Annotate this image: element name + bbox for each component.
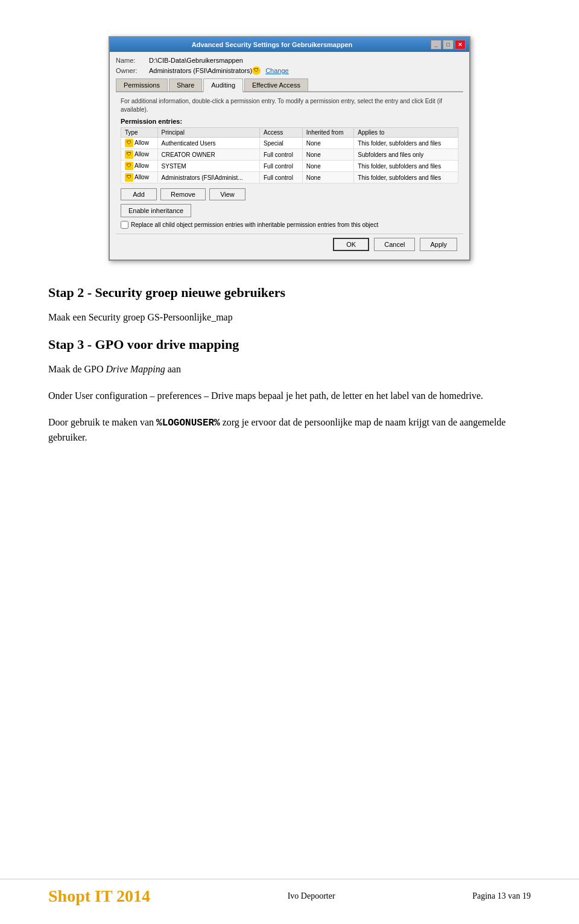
step3-para1: Maak de GPO Drive Mapping aan (48, 362, 531, 377)
cell-applies-to: This folder, subfolders and files (354, 172, 458, 183)
info-text: For additional information, double-click… (121, 97, 458, 114)
cell-principal: Authenticated Users (157, 138, 259, 149)
footer-author: Ivo Depoorter (288, 891, 335, 901)
checkbox-row: Replace all child object permission entr… (121, 221, 458, 229)
advanced-security-dialog: Advanced Security Settings for Gebruiker… (109, 36, 470, 261)
owner-row: Owner: Administrators (FSI\Administrator… (116, 66, 463, 75)
owner-label: Owner: (116, 67, 149, 74)
tab-share[interactable]: Share (169, 78, 202, 91)
remove-button[interactable]: Remove (160, 188, 206, 200)
close-button[interactable]: ✕ (455, 40, 466, 49)
footer-page: Pagina 13 van 19 (472, 891, 531, 901)
enable-inheritance-button[interactable]: Enable inheritance (121, 204, 191, 217)
dialog-title: Advanced Security Settings for Gebruiker… (113, 41, 431, 48)
section-label: Permission entries: (121, 118, 458, 125)
step3-para1-text: Maak de GPO Drive Mapping aan (48, 364, 181, 374)
cell-inherited-from: None (302, 149, 354, 161)
step2-heading: Stap 2 - Security groep nieuwe gebruiker… (48, 285, 531, 301)
ok-cancel-row: OK Cancel Apply (116, 234, 463, 255)
cell-applies-to: This folder, subfolders and files (354, 161, 458, 172)
cell-applies-to: Subfolders and files only (354, 149, 458, 161)
cell-principal: CREATOR OWNER (157, 149, 259, 161)
dialog-titlebar: Advanced Security Settings for Gebruiker… (110, 37, 469, 52)
step2-para: Maak een Security groep GS-Persoonlijke_… (48, 310, 531, 325)
page-footer: Shopt IT 2014 Ivo Depoorter Pagina 13 va… (0, 879, 579, 906)
change-icon: 🛡 (252, 66, 261, 75)
perm-icon: 🛡 (125, 150, 133, 159)
cell-inherited-from: None (302, 161, 354, 172)
perm-icon: 🛡 (125, 173, 133, 182)
step3-heading: Stap 3 - GPO voor drive mapping (48, 337, 531, 352)
view-button[interactable]: View (209, 188, 245, 200)
cancel-button[interactable]: Cancel (374, 238, 415, 251)
table-row[interactable]: 🛡Allow SYSTEM Full control None This fol… (121, 161, 458, 172)
checkbox-label: Replace all child object permission entr… (131, 221, 378, 228)
add-remove-view-row: Add Remove View (121, 188, 458, 200)
cell-type: 🛡Allow (121, 149, 158, 161)
col-inherited-from: Inherited from (302, 128, 354, 138)
cell-type: 🛡Allow (121, 161, 158, 172)
apply-button[interactable]: Apply (420, 238, 457, 251)
dialog-tabs: Permissions Share Auditing Effective Acc… (116, 78, 463, 92)
cell-inherited-from: None (302, 172, 354, 183)
cell-inherited-from: None (302, 138, 354, 149)
cell-type: 🛡Allow (121, 172, 158, 183)
col-access: Access (259, 128, 302, 138)
ok-button[interactable]: OK (333, 238, 369, 251)
perm-icon: 🛡 (125, 162, 133, 170)
replace-permissions-checkbox[interactable] (121, 221, 128, 229)
step3-para3: Door gebruik te maken van %LOGONUSER% zo… (48, 415, 531, 445)
add-button[interactable]: Add (121, 188, 157, 200)
table-row[interactable]: 🛡Allow Administrators (FSI\Administ... F… (121, 172, 458, 183)
table-row[interactable]: 🛡Allow CREATOR OWNER Full control None S… (121, 149, 458, 161)
name-value: D:\CIB-Data\Gebruikersmappen (149, 57, 243, 64)
cell-access: Full control (259, 172, 302, 183)
dialog-screenshot: Advanced Security Settings for Gebruiker… (48, 24, 531, 261)
maximize-button[interactable]: □ (443, 40, 454, 49)
col-principal: Principal (157, 128, 259, 138)
col-applies-to: Applies to (354, 128, 458, 138)
name-label: Name: (116, 57, 149, 64)
name-row: Name: D:\CIB-Data\Gebruikersmappen (116, 57, 463, 64)
dialog-body: Name: D:\CIB-Data\Gebruikersmappen Owner… (110, 52, 469, 260)
minimize-button[interactable]: _ (431, 40, 441, 49)
cell-access: Full control (259, 149, 302, 161)
titlebar-buttons: _ □ ✕ (431, 40, 466, 49)
cell-access: Full control (259, 161, 302, 172)
owner-value: Administrators (FSI\Administrators) (149, 67, 252, 74)
tab-permissions[interactable]: Permissions (116, 78, 168, 91)
permission-table: Type Principal Access Inherited from App… (121, 127, 458, 183)
enable-inheritance-row: Enable inheritance (121, 204, 458, 217)
tab-content: For additional information, double-click… (116, 92, 463, 234)
footer-brand: Shopt IT 2014 (48, 887, 150, 906)
cell-principal: Administrators (FSI\Administ... (157, 172, 259, 183)
table-header-row: Type Principal Access Inherited from App… (121, 128, 458, 138)
cell-principal: SYSTEM (157, 161, 259, 172)
perm-icon: 🛡 (125, 139, 133, 147)
tab-auditing[interactable]: Auditing (203, 78, 243, 92)
change-link[interactable]: Change (265, 67, 289, 74)
col-type: Type (121, 128, 158, 138)
step3-para2: Onder User configuration – preferences –… (48, 389, 531, 403)
table-row[interactable]: 🛡Allow Authenticated Users Special None … (121, 138, 458, 149)
cell-applies-to: This folder, subfolders and files (354, 138, 458, 149)
cell-access: Special (259, 138, 302, 149)
cell-type: 🛡Allow (121, 138, 158, 149)
tab-effective-access[interactable]: Effective Access (244, 78, 308, 91)
